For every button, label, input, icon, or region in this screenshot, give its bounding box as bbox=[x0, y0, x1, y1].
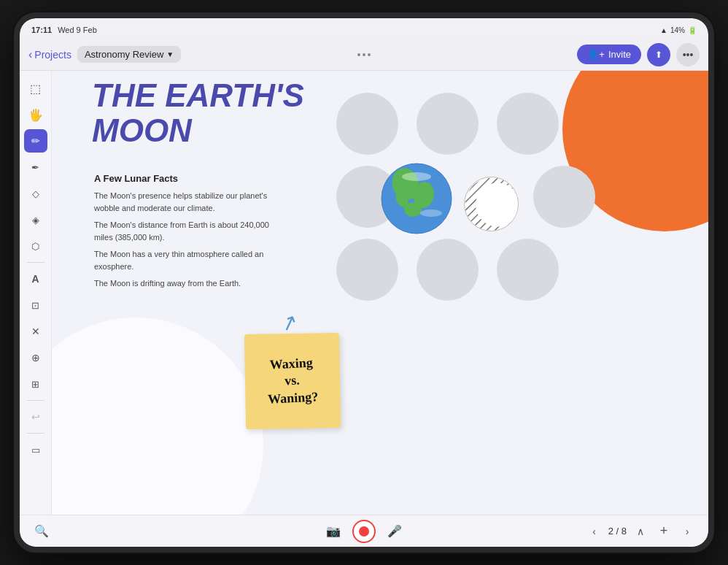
sticky-note-text: Waxing vs. Waning? bbox=[266, 354, 320, 408]
share-icon: ⬆ bbox=[655, 50, 662, 60]
fact-1: The Moon's presence helps stabilize our … bbox=[94, 190, 284, 214]
pencil-icon: ✒ bbox=[31, 162, 39, 173]
sticky-note[interactable]: Waxing vs. Waning? bbox=[244, 333, 341, 429]
hatch-pattern-svg bbox=[465, 177, 519, 231]
pencil-tool-button[interactable]: ✒ bbox=[24, 155, 47, 179]
moon-phase-8 bbox=[497, 239, 559, 301]
select-tool-button[interactable]: ⬚ bbox=[24, 77, 47, 100]
hatched-moon-circle bbox=[464, 177, 519, 231]
svg-point-7 bbox=[420, 210, 442, 217]
fact-3: The Moon has a very thin atmosphere call… bbox=[94, 248, 284, 272]
toolbar-divider-2 bbox=[27, 400, 44, 401]
more-icon: ••• bbox=[683, 49, 694, 61]
mic-button[interactable]: 🎤 bbox=[384, 521, 405, 542]
fill-tool-button[interactable]: ◈ bbox=[24, 208, 47, 231]
eraser-icon: ◇ bbox=[32, 188, 39, 199]
more-button[interactable]: ••• bbox=[676, 43, 700, 66]
svg-point-6 bbox=[402, 172, 431, 181]
battery-text: 14% bbox=[670, 26, 685, 34]
facts-heading: A Few Lunar Facts bbox=[94, 173, 284, 184]
shapes-icon: ⬡ bbox=[31, 241, 39, 252]
moon-phase-1 bbox=[336, 93, 398, 155]
status-time: 17:11 bbox=[31, 26, 52, 34]
toolbar-divider bbox=[27, 262, 44, 263]
video-icon: 📷 bbox=[326, 524, 341, 538]
pen-icon: ✏ bbox=[31, 135, 40, 147]
invite-icon: 👤+ bbox=[587, 49, 605, 60]
earth-illustration bbox=[380, 162, 453, 238]
slide-title: THE EARTH'S MOON bbox=[92, 78, 304, 149]
nav-bar: ‹ Projects Astronomy Review ▼ 👤+ Invite … bbox=[20, 39, 708, 71]
status-date: Wed 9 Feb bbox=[58, 26, 97, 34]
moon-phase-3 bbox=[497, 93, 559, 155]
wifi-icon: ▲ bbox=[660, 26, 667, 34]
frame-icon: ⊡ bbox=[31, 300, 39, 311]
title-line1: THE EARTH'S bbox=[92, 78, 304, 113]
fact-4: The Moon is drifting away from the Earth… bbox=[94, 277, 284, 290]
select-region-button[interactable]: ⊞ bbox=[24, 372, 47, 396]
sticky-line1: Waxing bbox=[266, 354, 317, 374]
video-button[interactable]: 📷 bbox=[323, 521, 344, 542]
record-inner-dot bbox=[359, 526, 369, 537]
page-prev-button[interactable]: ‹ bbox=[585, 522, 604, 541]
select-region-icon: ⊞ bbox=[31, 379, 39, 390]
back-chevron-icon: ‹ bbox=[28, 48, 32, 61]
timer-icon: ⊕ bbox=[31, 352, 40, 364]
hand-tool-button[interactable]: 🖐 bbox=[24, 103, 47, 126]
slide-title-container: THE EARTH'S MOON bbox=[92, 78, 304, 149]
zoom-icon: 🔍 bbox=[34, 524, 49, 538]
text-tool-button[interactable]: A bbox=[24, 267, 47, 291]
undo-icon: ↩ bbox=[31, 411, 40, 423]
bottom-left-controls: 🔍 bbox=[31, 521, 52, 542]
shapes-tool-button[interactable]: ⬡ bbox=[24, 234, 47, 258]
page-info: 2 / 8 bbox=[608, 526, 627, 537]
slides-panel-button[interactable]: ▭ bbox=[24, 438, 47, 461]
share-button[interactable]: ⬆ bbox=[647, 43, 670, 66]
bottom-bar: 🔍 📷 🎤 ‹ 2 / 8 bbox=[20, 515, 708, 547]
zoom-button[interactable]: 🔍 bbox=[31, 521, 52, 542]
delete-tool-button[interactable]: ✕ bbox=[24, 320, 47, 343]
undo-button[interactable]: ↩ bbox=[24, 405, 47, 428]
nav-title: Astronomy Review bbox=[85, 49, 163, 60]
moon-phase-5 bbox=[533, 166, 595, 228]
status-icons: ▲ 14% 🔋 bbox=[660, 26, 697, 34]
moon-phase-6 bbox=[336, 239, 398, 301]
page-add-icon: + bbox=[660, 523, 668, 539]
device-frame: 17:11 Wed 9 Feb ▲ 14% 🔋 ‹ Projects Astro… bbox=[14, 12, 714, 553]
page-prev-icon: ‹ bbox=[592, 526, 596, 537]
frame-tool-button[interactable]: ⊡ bbox=[24, 293, 47, 317]
sticky-line3: Waning? bbox=[268, 388, 319, 408]
chevron-down-icon: ▼ bbox=[166, 50, 174, 58]
delete-icon: ✕ bbox=[31, 326, 40, 337]
fill-icon: ◈ bbox=[32, 215, 39, 226]
moon-phase-7 bbox=[417, 239, 479, 301]
bottom-center-controls: 📷 🎤 bbox=[323, 520, 405, 543]
moon-phase-2 bbox=[417, 93, 479, 155]
status-bar: 17:11 Wed 9 Feb ▲ 14% 🔋 bbox=[20, 18, 708, 39]
invite-button[interactable]: 👤+ Invite bbox=[577, 45, 641, 64]
back-label: Projects bbox=[34, 49, 71, 61]
record-button[interactable] bbox=[352, 520, 376, 543]
mic-icon: 🎤 bbox=[387, 524, 402, 538]
facts-section: A Few Lunar Facts The Moon's presence he… bbox=[94, 173, 284, 290]
page-up-button[interactable]: ∧ bbox=[631, 522, 650, 541]
sticky-line2: vs. bbox=[267, 372, 318, 391]
page-add-button[interactable]: + bbox=[654, 522, 673, 541]
nav-title-pill[interactable]: Astronomy Review ▼ bbox=[77, 46, 181, 63]
nav-center-dots bbox=[357, 53, 371, 56]
page-next-button[interactable]: › bbox=[678, 522, 697, 541]
page-next-icon: › bbox=[686, 526, 689, 537]
left-toolbar: ⬚ 🖐 ✏ ✒ ◇ ◈ ⬡ bbox=[20, 71, 52, 515]
bottom-right-controls: ‹ 2 / 8 ∧ + › bbox=[585, 522, 697, 541]
main-area: ⬚ 🖐 ✏ ✒ ◇ ◈ ⬡ bbox=[20, 71, 708, 515]
timer-tool-button[interactable]: ⊕ bbox=[24, 346, 47, 369]
pen-tool-button[interactable]: ✏ bbox=[24, 129, 47, 153]
canvas-area[interactable]: THE EARTH'S MOON A Few Lunar Facts The M… bbox=[52, 71, 708, 515]
invite-label: Invite bbox=[608, 49, 631, 60]
nav-back-button[interactable]: ‹ Projects bbox=[28, 48, 71, 61]
svg-point-10 bbox=[476, 183, 519, 227]
title-line2: MOON bbox=[92, 113, 304, 148]
eraser-tool-button[interactable]: ◇ bbox=[24, 182, 47, 205]
select-icon: ⬚ bbox=[30, 82, 41, 96]
text-icon: A bbox=[31, 273, 39, 285]
